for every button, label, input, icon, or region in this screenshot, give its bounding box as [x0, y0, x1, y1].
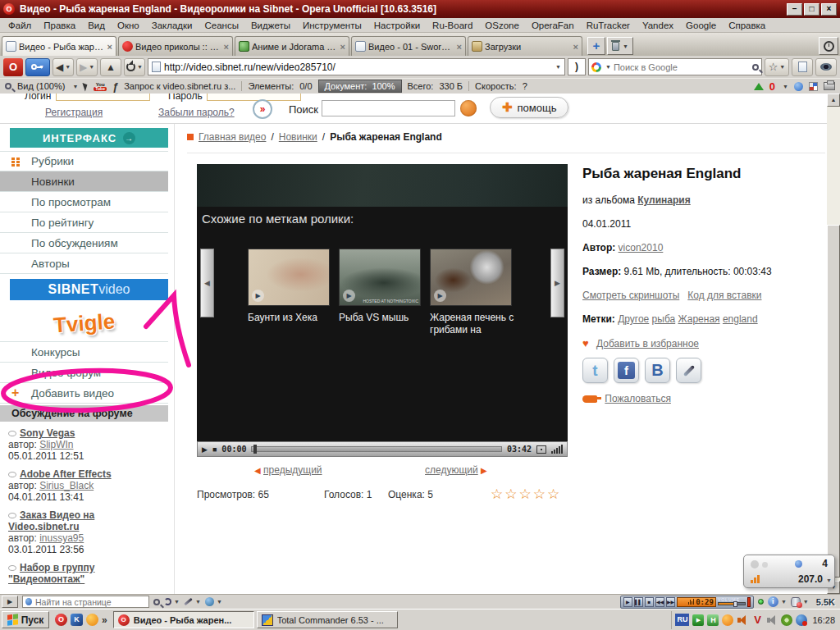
taskbar-button-opera[interactable]: O Видео - Рыба жарен...	[113, 611, 254, 628]
album-link[interactable]: Кулинария	[637, 194, 690, 206]
page-scrollbar[interactable]: ▲ ▼	[827, 94, 840, 594]
up-button[interactable]: ▲	[100, 58, 121, 76]
menu-tools[interactable]: Инструменты	[303, 21, 362, 30]
related-video-thumbnail[interactable]: ▶ HOSTED AT NOTHINGTOXIC	[339, 249, 421, 306]
downloader-tray-icon[interactable]	[796, 614, 807, 626]
close-button[interactable]: ×	[821, 3, 837, 16]
antivirus-tray-icon[interactable]: V	[751, 614, 763, 626]
opera-unite-icon[interactable]	[794, 82, 803, 91]
tab-close-icon[interactable]: ×	[573, 42, 578, 52]
tab-close-icon[interactable]: ×	[107, 42, 112, 52]
print-icon[interactable]	[824, 82, 835, 90]
minimize-button[interactable]: –	[787, 3, 802, 16]
notes-button[interactable]: ▼	[184, 599, 201, 605]
tab-video-jokes[interactable]: Видео приколы :: Ула... ×	[118, 36, 233, 56]
opera-menu-button[interactable]: O	[3, 58, 23, 76]
related-video-title[interactable]: Рыба VS мышь	[339, 312, 424, 324]
panel-toggle-button[interactable]: ▶	[2, 596, 18, 608]
web-search-field[interactable]: ▼	[588, 58, 762, 75]
clock-panel-button[interactable]	[819, 37, 838, 55]
find-input[interactable]	[35, 597, 146, 607]
menu-ruboard[interactable]: Ru-Board	[432, 21, 472, 30]
tab-close-icon[interactable]: ×	[224, 42, 229, 52]
tag-link[interactable]: Другое	[618, 313, 649, 325]
opera-link-button[interactable]	[792, 58, 813, 76]
tab-downloads[interactable]: Загрузки ×	[468, 36, 582, 56]
menu-help[interactable]: Справка	[728, 21, 765, 30]
tag-link[interactable]: england	[723, 313, 758, 325]
database-button[interactable]: ▼	[791, 597, 809, 607]
blog-share-button[interactable]	[676, 358, 701, 383]
seek-handle[interactable]	[253, 445, 257, 454]
sidebar-item-new[interactable]: Новинки	[0, 171, 168, 192]
overflow-chevron[interactable]: »	[102, 614, 107, 626]
star-rating[interactable]: ☆☆☆☆☆	[491, 486, 561, 503]
forum-author-link[interactable]: inussya95	[39, 532, 84, 544]
related-video-title[interactable]: Баунти из Хека	[248, 312, 333, 324]
seek-bar[interactable]	[251, 446, 501, 452]
sidebar-item-by-rating[interactable]: По рейтингу	[0, 212, 168, 233]
opera-turbo-button[interactable]	[815, 58, 837, 76]
twitter-share-button[interactable]: t	[582, 358, 608, 383]
menu-view[interactable]: Вид	[88, 21, 105, 30]
site-search-input[interactable]	[322, 100, 455, 116]
flash-icon[interactable]: ƒ	[112, 80, 118, 93]
language-indicator[interactable]: RU	[675, 614, 689, 626]
tag-link[interactable]: Жареная	[678, 313, 720, 325]
widget-pause-button[interactable]: ▌▌	[634, 597, 643, 607]
widget-play-button[interactable]: ▶	[623, 597, 632, 607]
site-search-button[interactable]	[460, 100, 477, 116]
opera-quicklaunch-icon[interactable]: O	[55, 614, 67, 626]
forum-author-link[interactable]: Sirius_Black	[39, 480, 94, 491]
audio-device-tray-icon[interactable]	[766, 614, 778, 626]
nvidia-tray-icon[interactable]	[781, 614, 792, 626]
widget-stop-button[interactable]: ■	[645, 597, 654, 607]
sidebar-item-video-forum[interactable]: Видео форум	[0, 363, 168, 383]
back-button[interactable]: ◀▼	[52, 58, 74, 76]
vk-share-button[interactable]: В	[645, 358, 670, 383]
sidebar-item-authors[interactable]: Авторы	[0, 253, 168, 274]
torrent-tray-icon[interactable]: H	[707, 614, 719, 626]
menu-google[interactable]: Google	[686, 21, 716, 30]
sibnet-video-banner[interactable]: SIBNETvideo	[10, 279, 168, 300]
breadcrumb-section-link[interactable]: Новинки	[279, 131, 317, 143]
kmplayer-quicklaunch-icon[interactable]: K	[71, 614, 83, 626]
tab-close-icon[interactable]: ×	[340, 42, 345, 52]
author-link[interactable]: vicon2010	[619, 242, 664, 253]
widget-next-button[interactable]: ▶▶	[666, 597, 675, 607]
url-field[interactable]: ▼	[148, 58, 565, 75]
security-key-button[interactable]: ▼	[25, 58, 50, 76]
upload-icon[interactable]	[754, 78, 764, 90]
tvigle-logo[interactable]: Tvigle	[0, 306, 168, 342]
stop-button[interactable]: ■	[212, 445, 217, 454]
player-tray-icon[interactable]: ▶	[692, 614, 704, 626]
breadcrumb-home-link[interactable]: Главная видео	[199, 131, 266, 143]
forgot-password-link[interactable]: Забыли пароль?	[158, 107, 235, 118]
tab-close-icon[interactable]: ×	[457, 42, 462, 52]
taskbar-button-total-commander[interactable]: Total Commander 6.53 - ...	[257, 611, 398, 628]
maximize-button[interactable]: □	[804, 3, 819, 16]
menu-operafan[interactable]: OperaFan	[532, 21, 574, 30]
login-input[interactable]	[56, 94, 150, 101]
new-tab-button[interactable]: +	[587, 37, 605, 55]
embed-code-link[interactable]: Код для вставки	[687, 290, 761, 301]
reload-button[interactable]: ▼	[124, 58, 145, 76]
carousel-right-button[interactable]: ▶	[550, 249, 564, 317]
history-button[interactable]: ▼	[164, 598, 180, 605]
closed-tabs-trash-button[interactable]: ▼	[607, 37, 633, 55]
forum-post-link[interactable]: Sony Vegas	[20, 427, 75, 439]
aimp-quicklaunch-icon[interactable]	[86, 614, 98, 626]
video-screen[interactable]: Схожие по меткам ролики: ◀ ▶ ▶ ▶ HOSTED …	[197, 164, 568, 441]
find-next-button[interactable]	[153, 599, 160, 605]
facebook-share-button[interactable]: f	[614, 358, 639, 383]
interfax-banner[interactable]: ИНТЕРФАКС →	[10, 128, 168, 148]
forum-post-link[interactable]: Adobe After Effects	[20, 468, 112, 480]
menu-window[interactable]: Окно	[117, 21, 139, 30]
menu-settings[interactable]: Настройки	[374, 21, 420, 30]
menu-oszone[interactable]: OSzone	[485, 21, 519, 30]
forum-post-link[interactable]: Набор в группу "Видеомонтаж"	[8, 562, 94, 585]
sidebar-item-by-discussions[interactable]: По обсуждениям	[0, 233, 168, 253]
related-video-title[interactable]: Жареная печень с грибами на	[430, 312, 515, 336]
youtube-icon[interactable]: YouTube	[94, 82, 107, 91]
menu-rutracker[interactable]: RuTracker	[587, 21, 630, 30]
